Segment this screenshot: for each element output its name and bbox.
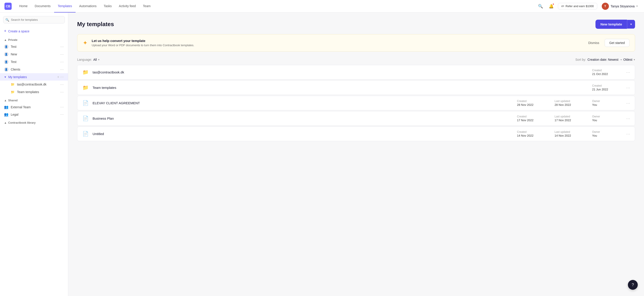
convert-banner: ✦ Let us help convert your template Uplo… [77, 34, 635, 52]
owner-value: You [592, 134, 619, 137]
template-more-button[interactable]: ⋯ [626, 116, 630, 121]
sidebar-item-clients[interactable]: 👤 Clients ⋯ [0, 66, 68, 73]
sidebar-search-container: 🔍 [3, 16, 65, 23]
sidebar-item-test2[interactable]: 👤 Test ⋯ [0, 58, 68, 66]
owner-meta: Owner You [592, 100, 619, 107]
template-more-button[interactable]: ⋯ [626, 85, 630, 90]
template-more-button[interactable]: ⋯ [626, 101, 630, 106]
help-button[interactable]: ? [628, 280, 638, 290]
top-nav: CB Home Documents Templates Automations … [0, 0, 644, 12]
nav-activity[interactable]: Activity feed [116, 0, 139, 12]
main-content: My templates New template ▾ ✦ Let us hel… [68, 12, 644, 296]
sidebar-item-external-team[interactable]: 👥 External Team ⋯ [0, 103, 68, 111]
template-list: 📁 tas@contractbook.dk Created 21 Oct 202… [77, 65, 635, 142]
template-more-button[interactable]: ⋯ [626, 132, 630, 136]
template-item[interactable]: 📄 Business Plan Created 17 Nov 2022 Last… [77, 111, 635, 126]
sort-filter-value: Creation date: Newest → Oldest [588, 58, 632, 61]
item-label: Test [11, 45, 59, 48]
user-name: Tanya Stoyanova [611, 4, 634, 8]
chevron-down-icon: ▾ [636, 5, 638, 7]
filter-row: Language: All ▾ Sort by: Creation date: … [77, 58, 635, 61]
template-name: Team templates [92, 86, 588, 90]
created-label: Created [592, 69, 619, 72]
template-item[interactable]: 📄 ELEVAY CLIENT AGREEMENT Created 28 Nov… [77, 96, 635, 110]
created-value: 17 Nov 2022 [517, 119, 544, 122]
new-template-main-button[interactable]: New template [596, 20, 627, 29]
more-icon[interactable]: ⋯ [60, 82, 64, 87]
nav-templates[interactable]: Templates [54, 0, 76, 12]
item-label: Test [11, 60, 59, 64]
template-item[interactable]: 📁 Team templates Created 21 Jun 2022 ⋯ [77, 80, 635, 95]
template-meta: Created 28 Nov 2022 Last updated 28 Nov … [517, 100, 619, 107]
add-icon[interactable]: + [57, 75, 59, 79]
owner-meta: Owner You [592, 130, 619, 137]
shared-section-title: ▲ Shared [4, 99, 18, 102]
more-icon[interactable]: ⋯ [60, 105, 64, 109]
library-section-title: ▲ Contractbook library [4, 121, 36, 124]
more-icon[interactable]: ⋯ [60, 52, 64, 56]
sort-filter-label: Sort by: [575, 58, 586, 61]
notifications-button[interactable]: 🔔 [547, 2, 555, 10]
sidebar-item-new[interactable]: 👤 New ⋯ [0, 50, 68, 58]
template-item[interactable]: 📄 Untitled Created 14 Nov 2022 Last upda… [77, 127, 635, 141]
updated-value: 28 Nov 2022 [554, 103, 582, 107]
template-icon: 📁 [82, 69, 89, 75]
sparkle-icon: ✦ [83, 39, 88, 46]
item-label: tas@contractbook.dk [17, 83, 59, 86]
template-more-button[interactable]: ⋯ [626, 70, 630, 75]
group-icon: 👥 [4, 112, 8, 117]
more-icon[interactable]: ⋯ [60, 90, 64, 94]
nav-home[interactable]: Home [16, 0, 31, 12]
person-icon: 👤 [4, 52, 8, 56]
new-template-dropdown-button[interactable]: ▾ [627, 20, 635, 28]
nav-automations[interactable]: Automations [76, 0, 100, 12]
group-icon: 👥 [4, 105, 8, 109]
more-icon[interactable]: ⋯ [60, 75, 64, 79]
user-menu[interactable]: T Tanya Stoyanova ▾ [600, 2, 640, 11]
created-value: 21 Jun 2022 [592, 88, 619, 91]
sidebar-item-my-templates[interactable]: ▼ My templates + ⋯ [0, 73, 68, 81]
updated-meta: Last updated 14 Nov 2022 [554, 130, 582, 137]
created-meta: Created 21 Oct 2022 [592, 69, 619, 76]
sidebar-item-legal[interactable]: 👥 Legal ⋯ [0, 111, 68, 118]
dismiss-button[interactable]: Dismiss [585, 39, 602, 46]
person-icon: 👤 [4, 67, 8, 72]
template-icon: 📄 [82, 100, 89, 106]
nav-documents[interactable]: Documents [31, 0, 54, 12]
language-filter[interactable]: Language: All ▾ [77, 58, 100, 61]
sidebar: 🔍 + Create a space ▲ Private 👤 Test ⋯ 👤 [0, 12, 68, 296]
chevron-down-icon: ▾ [634, 58, 635, 61]
more-icon[interactable]: ⋯ [60, 45, 64, 49]
library-section: ▲ Contractbook library [0, 120, 68, 126]
more-icon[interactable]: ⋯ [60, 60, 64, 64]
search-button[interactable]: 🔍 [536, 2, 544, 10]
content-header: My templates New template ▾ [77, 20, 635, 29]
nav-logo: CB [4, 3, 12, 10]
more-icon[interactable]: ⋯ [60, 112, 64, 117]
item-label: My templates [8, 75, 56, 79]
sidebar-item-team-templates[interactable]: 📁 Team templates ⋯ [0, 88, 68, 96]
shared-section: ▲ Shared 👥 External Team ⋯ 👥 Legal ⋯ [0, 98, 68, 118]
nav-team[interactable]: Team [139, 0, 154, 12]
item-label: Clients [11, 68, 59, 71]
user-avatar: T [602, 3, 609, 10]
folder-icon: 📁 [10, 82, 15, 87]
template-meta: Created 21 Jun 2022 [592, 84, 619, 91]
banner-title: Let us help convert your template [92, 39, 581, 43]
more-icon[interactable]: ⋯ [60, 67, 64, 72]
template-item[interactable]: 📁 tas@contractbook.dk Created 21 Oct 202… [77, 65, 635, 79]
owner-label: Owner [592, 100, 619, 103]
sidebar-item-test1[interactable]: 👤 Test ⋯ [0, 43, 68, 50]
banner-content: Let us help convert your template Upload… [92, 39, 581, 47]
sort-filter[interactable]: Sort by: Creation date: Newest → Oldest … [575, 58, 635, 61]
created-meta: Created 28 Nov 2022 [517, 100, 544, 107]
private-section-title: ▲ Private [4, 38, 18, 41]
sidebar-item-tas[interactable]: 📁 tas@contractbook.dk ⋯ [0, 81, 68, 88]
get-started-button[interactable]: Get started [605, 39, 630, 47]
created-label: Created [517, 100, 544, 103]
refer-button[interactable]: 🏷 Refer and earn $1000 [558, 3, 597, 9]
search-input[interactable] [3, 16, 65, 23]
create-space-button[interactable]: + Create a space [0, 27, 68, 35]
item-label: Team templates [17, 90, 59, 94]
nav-tasks[interactable]: Tasks [100, 0, 116, 12]
